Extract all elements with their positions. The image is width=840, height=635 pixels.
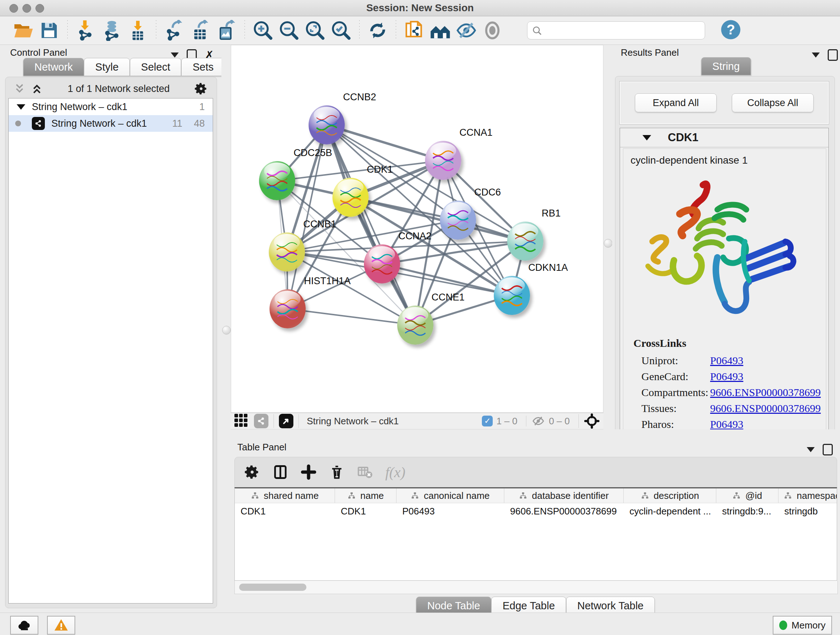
birds-eye-view-icon[interactable] xyxy=(279,414,294,428)
network-row[interactable]: String Network – cdk1 11 48 xyxy=(9,115,213,132)
table-cell[interactable]: stringdb:9... xyxy=(716,506,778,517)
zoom-fit-button[interactable] xyxy=(304,19,326,42)
hide-selected-button[interactable] xyxy=(455,19,477,42)
node-CCNA2[interactable] xyxy=(364,244,400,283)
left-splitter[interactable] xyxy=(221,45,231,613)
splitter-handle[interactable] xyxy=(604,239,613,248)
annotations-button[interactable] xyxy=(403,19,425,42)
table-cell[interactable]: CDK1 xyxy=(335,506,396,517)
zoom-out-button[interactable] xyxy=(278,19,300,42)
crosslink-link[interactable]: 9606.ENSP00000378699 xyxy=(710,386,821,399)
delete-column-icon[interactable] xyxy=(329,464,345,480)
search-input[interactable] xyxy=(527,21,705,40)
crosslink-link[interactable]: 9606.ENSP00000378699 xyxy=(710,402,821,415)
column-header-database-identifier[interactable]: database identifier xyxy=(504,488,624,503)
node-label-CCNB1: CCNB1 xyxy=(303,219,336,230)
save-session-button[interactable] xyxy=(38,19,60,42)
import-network-button[interactable] xyxy=(74,19,97,42)
node-CCNB1[interactable] xyxy=(269,233,305,272)
collapse-all-button[interactable]: Collapse All xyxy=(732,93,813,112)
scrollbar-thumb[interactable] xyxy=(239,584,306,591)
crosslink-label: Uniprot: xyxy=(641,355,710,367)
node-CCNE1[interactable] xyxy=(397,306,433,345)
edge-CCNB2-CCNE1[interactable] xyxy=(327,125,415,325)
refresh-button[interactable] xyxy=(366,19,389,42)
export-table-button[interactable] xyxy=(189,19,212,42)
gene-card-caret-icon[interactable] xyxy=(643,135,651,141)
edge-HIST1H1A-CCNE1[interactable] xyxy=(287,309,415,325)
tab-sets[interactable]: Sets xyxy=(181,58,225,76)
memory-button[interactable]: Memory xyxy=(773,616,832,635)
expand-all-button[interactable]: Expand All xyxy=(635,93,717,112)
crosslink-link[interactable]: P06493 xyxy=(710,371,744,383)
column-header-name[interactable]: name xyxy=(335,488,396,503)
selected-checkbox-icon[interactable]: ✓ xyxy=(482,416,493,426)
results-panel-menu-button[interactable] xyxy=(812,52,820,57)
homes-icon xyxy=(430,20,451,41)
column-header-description[interactable]: description xyxy=(624,488,716,503)
table-cell[interactable]: 9606.ENSP00000378699 xyxy=(504,506,624,517)
crosslink-link[interactable]: P06493 xyxy=(710,355,744,367)
column-header-namespace[interactable]: namespace xyxy=(778,488,837,503)
homes-button[interactable] xyxy=(429,19,452,42)
warning-status-button[interactable] xyxy=(47,616,75,635)
node-CCNB2[interactable] xyxy=(309,105,345,144)
column-header--id[interactable]: @id xyxy=(716,488,778,503)
table-panel-menu-button[interactable] xyxy=(807,447,815,452)
node-HIST1H1A[interactable] xyxy=(270,289,306,328)
show-eye-button[interactable] xyxy=(481,19,504,42)
footer-separator xyxy=(526,416,526,426)
network-canvas[interactable]: CCNB2CCNA1CDC25BCDK1CDC6RB1CCNB1CCNA2CDK… xyxy=(231,45,603,413)
expand-all-chevron-icon[interactable] xyxy=(31,82,43,95)
column-header-canonical-name[interactable]: canonical name xyxy=(396,488,504,503)
splitter-handle[interactable] xyxy=(222,326,231,334)
title-bar: Session: New Session xyxy=(0,0,840,16)
navigator-crosshair-icon[interactable] xyxy=(584,413,600,429)
gene-card-header[interactable]: CDK1 xyxy=(620,128,829,147)
show-columns-icon[interactable] xyxy=(272,464,288,480)
table-gear-icon[interactable] xyxy=(244,464,260,480)
column-header-shared-name[interactable]: shared name xyxy=(235,488,335,503)
node-CDKN1A[interactable] xyxy=(494,276,530,315)
node-CDK1[interactable] xyxy=(332,178,369,217)
gear-icon[interactable] xyxy=(194,82,208,96)
table-cell[interactable]: CDK1 xyxy=(235,506,335,517)
tab-network[interactable]: Network xyxy=(23,58,84,76)
control-panel-menu-button[interactable] xyxy=(171,52,179,57)
network-collection-row[interactable]: String Network – cdk1 1 xyxy=(9,98,213,115)
node-CDC25B[interactable] xyxy=(259,161,295,200)
tab-select[interactable]: Select xyxy=(130,58,182,76)
tab-string[interactable]: String xyxy=(701,57,751,75)
tab-edge-table[interactable]: Edge Table xyxy=(491,597,566,615)
tab-style[interactable]: Style xyxy=(84,58,129,76)
export-network-button[interactable] xyxy=(163,19,186,42)
open-file-button[interactable] xyxy=(12,19,34,42)
node-table[interactable]: shared namenamecanonical namedatabase id… xyxy=(234,487,837,581)
collapse-all-chevron-icon[interactable] xyxy=(13,82,26,95)
tab-node-table[interactable]: Node Table xyxy=(416,597,491,615)
tab-network-table[interactable]: Network Table xyxy=(566,597,655,615)
grid-view-icon[interactable] xyxy=(234,414,249,428)
zoom-selected-button[interactable] xyxy=(330,19,352,42)
crosslink-link[interactable]: P06493 xyxy=(710,418,744,431)
results-panel-float-button[interactable] xyxy=(828,49,838,61)
table-cell[interactable]: P06493 xyxy=(396,506,504,517)
node-CDC6[interactable] xyxy=(440,201,476,240)
cloud-status-button[interactable] xyxy=(10,616,38,635)
network-current-dot-icon xyxy=(15,120,21,126)
table-panel-float-button[interactable] xyxy=(823,444,833,455)
table-horizontal-scrollbar[interactable] xyxy=(234,581,838,594)
import-network-from-database-button[interactable] xyxy=(101,19,123,42)
tree-expand-caret-icon[interactable] xyxy=(17,104,25,110)
share-view-icon[interactable] xyxy=(254,414,268,428)
add-column-icon[interactable] xyxy=(301,464,317,480)
table-row[interactable]: CDK1CDK1P064939606.ENSP00000378699cyclin… xyxy=(235,503,837,519)
export-image-button[interactable] xyxy=(215,19,238,42)
node-RB1[interactable] xyxy=(507,222,543,261)
node-CCNA1[interactable] xyxy=(425,141,461,180)
table-cell[interactable]: stringdb xyxy=(778,506,837,517)
help-button[interactable]: ? xyxy=(720,19,741,42)
zoom-in-button[interactable] xyxy=(252,19,274,42)
table-cell[interactable]: cyclin-dependent ... xyxy=(624,506,716,517)
import-table-button[interactable] xyxy=(126,19,149,42)
